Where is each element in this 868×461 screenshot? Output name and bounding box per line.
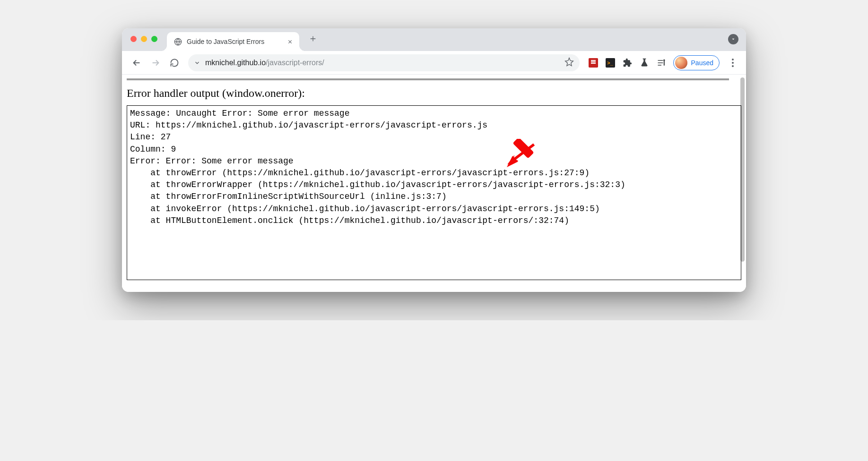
minimize-window-button[interactable] [141,36,147,42]
window-controls [130,36,157,42]
extension-icon-1[interactable] [588,58,599,68]
address-bar: mknichel.github.io/javascript-errors/ >_… [122,51,746,75]
globe-icon [174,37,182,46]
omnibox[interactable]: mknichel.github.io/javascript-errors/ [188,54,580,71]
error-output-box: Message: Uncaught Error: Some error mess… [127,105,741,280]
close-window-button[interactable] [130,36,137,42]
url-text: mknichel.github.io/javascript-errors/ [205,59,560,67]
browser-window: Guide to JavaScript Errors mknichel.gith… [122,28,746,292]
profile-chip[interactable]: Paused [673,55,720,70]
tab-strip: Guide to JavaScript Errors [122,28,746,51]
page-viewport: Error handler output (window.onerror): M… [122,75,746,292]
bookmark-star-button[interactable] [564,57,574,68]
browser-tab[interactable]: Guide to JavaScript Errors [167,32,299,51]
chrome-collapse-icon[interactable] [728,34,738,44]
new-tab-button[interactable] [306,32,320,46]
chevron-down-icon [194,60,200,66]
forward-button[interactable] [148,55,164,71]
maximize-window-button[interactable] [151,36,157,42]
reading-list-icon[interactable] [656,58,667,68]
chrome-menu-button[interactable] [726,59,739,67]
profile-status: Paused [691,59,713,67]
reload-button[interactable] [166,55,182,71]
horizontal-rule [127,78,729,80]
tab-title: Guide to JavaScript Errors [187,38,281,45]
url-path: /javascript-errors/ [266,59,324,67]
avatar [675,57,687,69]
extension-icon-2[interactable]: >_ [605,58,616,68]
extension-toolbar: >_ Paused [588,55,739,70]
section-heading: Error handler output (window.onerror): [127,87,741,100]
extensions-puzzle-icon[interactable] [622,58,633,68]
close-tab-button[interactable] [286,38,294,45]
url-host: mknichel.github.io [205,59,266,67]
labs-flask-icon[interactable] [639,58,650,68]
back-button[interactable] [129,55,145,71]
